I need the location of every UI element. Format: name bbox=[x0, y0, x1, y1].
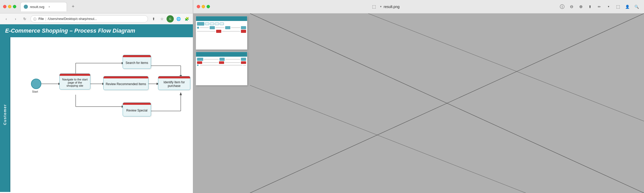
png-titlebar: ⬚ ▾ result.png ⓘ ⊖ ⊕ ⬆ ✏ ▾ ⬚ 👤 🔍 bbox=[193, 0, 644, 13]
png-window-title: result.png bbox=[384, 5, 399, 9]
png-maximize-button[interactable] bbox=[207, 5, 210, 8]
chevron-icon[interactable]: ▾ bbox=[380, 5, 382, 8]
start-circle bbox=[31, 79, 41, 89]
navigate-node-label: Navigate to the start page of the shoppi… bbox=[60, 76, 90, 89]
thumbnail-2: ▪▪▪▪▪▪▪▪ bbox=[196, 52, 247, 85]
cross-lines-svg bbox=[250, 13, 644, 193]
review-special-label: Review Special bbox=[123, 105, 151, 116]
thumb2-box2 bbox=[219, 58, 225, 61]
thumb1-row3 bbox=[197, 30, 246, 33]
tab-title: result.svg bbox=[30, 5, 44, 9]
thumb1-box8 bbox=[241, 26, 246, 29]
svg-line-14 bbox=[250, 85, 526, 193]
traffic-lights bbox=[3, 5, 16, 8]
thumb1-box1 bbox=[197, 22, 204, 26]
expand-button[interactable]: ⬚ bbox=[614, 3, 622, 11]
person-icon[interactable]: 👤 bbox=[623, 3, 631, 11]
svg-line-12 bbox=[250, 13, 644, 193]
review-recommended-header bbox=[104, 76, 148, 78]
diagram-container: E-Commerce Shopping – Process Flow Diagr… bbox=[0, 24, 193, 193]
png-content-area: ▪▪▪▪▪▪▪▪ bbox=[193, 13, 644, 193]
thumb1-header bbox=[196, 16, 247, 21]
lock-icon: ⓘ bbox=[33, 17, 37, 21]
thumb1-line1 bbox=[200, 27, 209, 28]
start-label: Start bbox=[32, 90, 38, 93]
diagram-canvas: Start Navigate to the start page of the … bbox=[10, 37, 193, 192]
thumb1-dot bbox=[197, 27, 199, 29]
chevron-down-icon[interactable]: ▾ bbox=[605, 3, 612, 11]
svg-line-11 bbox=[250, 13, 644, 193]
minimize-button[interactable] bbox=[8, 5, 11, 8]
thumb1-line4 bbox=[197, 31, 215, 32]
thumb2-line1 bbox=[204, 59, 219, 60]
identify-node: Identify Item for purchase bbox=[158, 76, 190, 90]
swim-lane: Customer bbox=[0, 37, 10, 192]
thumb1-row1 bbox=[197, 22, 246, 26]
thumb1-box3 bbox=[210, 23, 214, 25]
tab-favicon-icon bbox=[24, 5, 28, 9]
close-button[interactable] bbox=[3, 5, 6, 8]
thumb1-line5 bbox=[222, 31, 240, 32]
thumb2-red2 bbox=[219, 61, 224, 64]
forward-button[interactable]: › bbox=[12, 15, 19, 23]
new-tab-button[interactable]: + bbox=[69, 3, 77, 10]
info-button[interactable]: ⓘ bbox=[558, 3, 566, 11]
search-button[interactable]: 🔍 bbox=[633, 3, 640, 11]
identify-node-label: Identify Item for purchase bbox=[158, 78, 190, 90]
review-recommended-label: Review Recommended Items bbox=[104, 78, 148, 90]
url-text: /Users/new/Desktop/c-sharp/resul... bbox=[48, 17, 97, 21]
bookmark-button[interactable]: ☆ bbox=[158, 15, 166, 23]
thumb2-row1 bbox=[197, 58, 246, 61]
review-special-header bbox=[123, 103, 151, 105]
address-bar[interactable]: ⓘ File | /Users/new/Desktop/c-sharp/resu… bbox=[30, 15, 148, 23]
puzzle-button[interactable]: 🧩 bbox=[183, 15, 190, 23]
reload-button[interactable]: ↻ bbox=[21, 15, 28, 23]
thumb2-row3: ▪▪▪▪▪▪▪▪ bbox=[197, 64, 246, 66]
back-button[interactable]: ‹ bbox=[3, 15, 10, 23]
thumb1-box7 bbox=[225, 26, 230, 29]
globe-button[interactable]: 🌐 bbox=[175, 15, 182, 23]
navigate-node: Navigate to the start page of the shoppi… bbox=[59, 73, 90, 90]
thumb1-line2 bbox=[216, 27, 225, 28]
flow-connections bbox=[10, 37, 193, 192]
edit-button[interactable]: ✏ bbox=[595, 3, 603, 11]
share-button[interactable]: ⬆ bbox=[150, 15, 157, 23]
thumb2-content: ▪▪▪▪▪▪▪▪ bbox=[196, 57, 247, 67]
thumb1-box2 bbox=[205, 23, 209, 25]
thumb2-text: ▪▪▪▪▪▪▪▪ bbox=[243, 65, 246, 66]
extensions-button[interactable]: G bbox=[167, 15, 174, 23]
sidebar-toggle-button[interactable]: ⬚ bbox=[370, 3, 378, 11]
png-close-button[interactable] bbox=[197, 5, 200, 8]
tab-close-button[interactable]: × bbox=[48, 5, 51, 9]
png-minimize-button[interactable] bbox=[202, 5, 205, 8]
thumb2-dot bbox=[197, 64, 199, 66]
thumb2-header bbox=[196, 52, 247, 57]
thumb2-red1 bbox=[197, 61, 202, 64]
browser-tab[interactable]: result.svg × bbox=[20, 2, 67, 11]
thumbnail-1 bbox=[196, 16, 247, 50]
thumb1-row2 bbox=[197, 26, 246, 29]
browser-window: result.svg × + ‹ › ↻ ⓘ File | /Users/new… bbox=[0, 0, 193, 193]
thumb2-red3 bbox=[241, 61, 246, 64]
thumb2-line5 bbox=[200, 65, 242, 65]
share-button[interactable]: ⬆ bbox=[586, 3, 594, 11]
thumb1-box4 bbox=[215, 23, 219, 25]
browser-toolbar: ‹ › ↻ ⓘ File | /Users/new/Desktop/c-shar… bbox=[0, 13, 193, 24]
png-preview-area: ▪▪▪▪▪▪▪▪ bbox=[196, 16, 247, 85]
thumb1-content bbox=[196, 21, 247, 34]
thumb1-box6 bbox=[210, 26, 215, 29]
maximize-button[interactable] bbox=[13, 5, 16, 8]
zoom-in-button[interactable]: ⊕ bbox=[577, 3, 585, 11]
search-node-header bbox=[123, 55, 151, 57]
thumb1-line3 bbox=[231, 27, 240, 28]
identify-node-header bbox=[158, 76, 190, 78]
navigate-node-header bbox=[60, 74, 90, 76]
thumb1-box5 bbox=[220, 23, 224, 25]
thumb2-row2 bbox=[197, 61, 246, 64]
zoom-out-button[interactable]: ⊖ bbox=[568, 3, 575, 11]
thumb2-line2 bbox=[225, 59, 240, 60]
review-special-node: Review Special bbox=[123, 102, 151, 116]
diagram-body: Customer bbox=[0, 37, 193, 192]
thumb1-red1 bbox=[216, 30, 221, 33]
thumb2-box3 bbox=[241, 58, 246, 61]
